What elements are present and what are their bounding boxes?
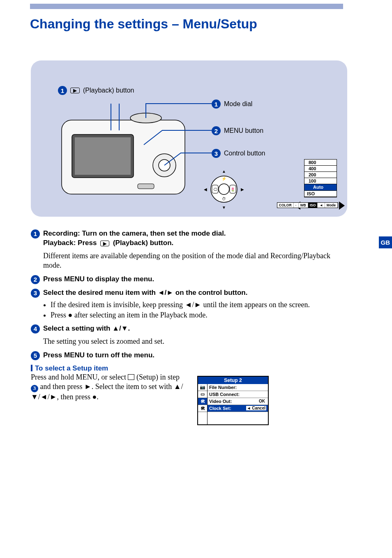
badge-2: 2 [31, 275, 40, 284]
setup-row-selected: Clock Set:◄ Cancel [208, 405, 268, 412]
iso-item: 100 [304, 178, 337, 184]
arrow-right-icon [339, 201, 345, 210]
setup-screen: Setup 2 📷 ▭ 🛠 🛠 File Number: USB Connect… [197, 376, 269, 425]
strip-item: WB [299, 203, 308, 208]
step-text: Playback: Press [43, 239, 97, 247]
step-text: Press MENU to display the menu. [43, 275, 154, 284]
text: and then press ►. [40, 382, 94, 391]
setup-text: Press and hold MENU, or select (Setup) i… [31, 373, 187, 402]
step-text: Recording: Turn on the camera, then set … [43, 229, 226, 237]
camera-icon: 📷 [198, 384, 207, 391]
setup-section: Press and hold MENU, or select (Setup) i… [31, 373, 349, 425]
bullet: Press ● after selecting an item in the P… [51, 310, 349, 320]
step-1: 1 Recording: Turn on the camera, then se… [31, 229, 349, 271]
setup-row: File Number: [208, 384, 268, 391]
strip-item: Mode [325, 203, 338, 208]
badge-1: 1 [212, 100, 221, 109]
bullet: If the desired item is invisible, keep p… [51, 300, 349, 310]
playback-icon: ▶ [100, 241, 109, 246]
svg-text:▼: ▼ [222, 205, 226, 210]
step-bullets: If the desired item is invisible, keep p… [43, 300, 349, 320]
setup-row: Video Out:OK [208, 398, 268, 405]
strip-item-selected: ISO [308, 203, 318, 208]
callout-mode-dial: 1 Mode dial [212, 100, 252, 109]
setup-tabs-icons: 📷 ▭ 🛠 🛠 [198, 384, 208, 424]
text: Press and hold MENU, or select [31, 373, 126, 381]
svg-text:🌷: 🌷 [231, 187, 235, 192]
callout-playback: 1 ▶ (Playback) button [58, 86, 134, 95]
dpad-icon: ▲ ▼ ◀ ▶ ⚡ ⏱ 🖵 🌷 [201, 167, 247, 212]
svg-text:◀: ◀ [204, 187, 207, 192]
strip-item: ◄ [318, 203, 325, 208]
svg-rect-2 [75, 137, 131, 175]
iso-item-selected: Auto [304, 184, 337, 191]
svg-text:🖵: 🖵 [214, 188, 217, 192]
camera-diagram-panel: 1 ▶ (Playback) button 1 Mode dial 2 MENU… [31, 60, 347, 217]
setup-row: USB Connect: [208, 391, 268, 398]
iso-item: 800 [304, 160, 337, 166]
strip-item: COLOR [277, 203, 294, 208]
menu-strip: COLOR ◦ WB ISO ◄ Mode [277, 202, 338, 208]
setup2-icon: 🛠 [198, 405, 207, 412]
step-5: 5 Press MENU to turn off the menu. [31, 351, 349, 360]
badge-3: 3 [212, 149, 221, 158]
step-2: 2 Press MENU to display the menu. [31, 275, 349, 284]
iso-item: 400 [304, 166, 337, 172]
badge-3: 3 [31, 289, 40, 298]
badge-5: 5 [31, 351, 40, 360]
playback-label: (Playback) button [83, 87, 134, 94]
badge-1: 1 [58, 86, 67, 95]
svg-text:▶: ▶ [241, 187, 244, 192]
step-4: 4 Select a setting with ▲/▼. The setting… [31, 324, 349, 346]
step-body: Different items are available depending … [43, 251, 349, 271]
steps-list: 1 Recording: Turn on the camera, then se… [31, 229, 349, 425]
playback-icon: ▶ [70, 88, 80, 93]
step-text: Select a setting with ▲/▼. [43, 324, 130, 333]
setup-heading: To select a Setup item [31, 364, 349, 373]
page-title: Changing the settings – Menu/Setup [30, 16, 392, 32]
svg-text:▲: ▲ [222, 169, 226, 174]
badge-3-inline: 3 [31, 385, 38, 392]
step-text: Press MENU to turn off the menu. [43, 351, 154, 360]
setup-box-title: Setup 2 [198, 377, 268, 384]
callout-label: Control button [224, 150, 265, 157]
badge-2: 2 [212, 126, 221, 135]
step-body: The setting you select is zoomed and set… [43, 337, 349, 346]
svg-text:⏱: ⏱ [222, 197, 226, 201]
header-divider [30, 4, 343, 9]
card-icon: ▭ [198, 391, 207, 398]
strip-item: ◦ [294, 203, 299, 208]
svg-point-10 [219, 184, 229, 194]
step-3: 3 Select the desired menu item with ◄/► … [31, 288, 349, 320]
callout-label: MENU button [224, 127, 263, 134]
svg-text:⚡: ⚡ [221, 176, 227, 181]
iso-menu: 800 400 200 100 Auto ISO [304, 159, 337, 197]
setup1-icon: 🛠 [198, 398, 207, 405]
text: (Setup) in step [136, 373, 180, 381]
badge-1: 1 [31, 229, 40, 238]
badge-4: 4 [31, 324, 40, 333]
step-text: Select the desired menu item with ◄/► on… [43, 288, 247, 298]
setup-rows: File Number: USB Connect: Video Out:OK C… [208, 384, 268, 424]
callout-control-button: 3 Control button [212, 149, 265, 158]
callout-label: Mode dial [224, 100, 252, 108]
callout-menu-button: 2 MENU button [212, 126, 263, 135]
iso-label: ISO [304, 191, 337, 197]
step-text: (Playback) button. [113, 239, 173, 247]
language-tab: GB [379, 236, 392, 248]
setup-icon [128, 374, 134, 380]
iso-item: 200 [304, 172, 337, 178]
